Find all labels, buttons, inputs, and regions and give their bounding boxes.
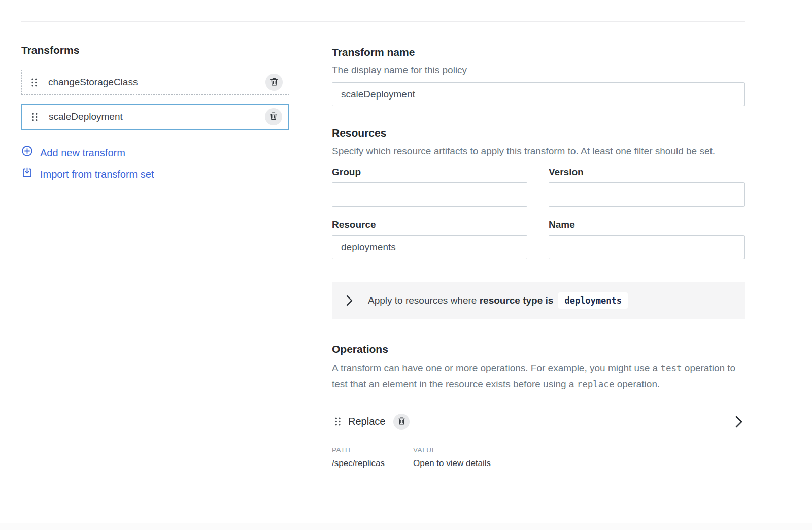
transform-card-scaleDeployment[interactable]: scaleDeployment <box>21 104 289 130</box>
value-label: VALUE <box>413 446 745 454</box>
plus-circle-icon <box>21 145 33 160</box>
transforms-title: Transforms <box>21 44 289 57</box>
import-icon <box>21 167 33 181</box>
trash-icon <box>269 112 278 122</box>
operation-name: Replace <box>348 416 385 427</box>
value-value: Open to view details <box>413 458 745 469</box>
bottom-divider <box>332 492 745 492</box>
footer-strip <box>0 523 812 530</box>
path-label: PATH <box>332 446 413 454</box>
value-column: VALUE Open to view details <box>413 446 745 469</box>
group-input[interactable] <box>332 182 527 207</box>
add-new-transform-link[interactable]: Add new transform <box>21 145 289 160</box>
transform-editor-panel: Transform name The display name for this… <box>332 46 745 492</box>
transform-name-input[interactable] <box>332 82 745 106</box>
transform-name-title: Transform name <box>332 46 745 59</box>
drag-handle-icon[interactable] <box>32 113 38 121</box>
code-replace: replace <box>577 379 615 389</box>
transform-name-subtitle: The display name for this policy <box>332 64 745 76</box>
name-field: Name <box>549 219 745 259</box>
import-from-transform-set-link[interactable]: Import from transform set <box>21 167 289 181</box>
path-value: /spec/replicas <box>332 458 413 469</box>
transform-card-label: scaleDeployment <box>49 111 265 122</box>
import-from-transform-set-label: Import from transform set <box>40 168 154 181</box>
delete-operation-button[interactable] <box>393 414 410 430</box>
operation-row-replace[interactable]: Replace <box>332 406 745 430</box>
filter-summary-chip: deployments <box>558 292 628 309</box>
delete-transform-button[interactable] <box>265 74 283 91</box>
delete-transform-button[interactable] <box>265 108 282 125</box>
resources-description: Specify which resource artifacts to appl… <box>332 144 745 159</box>
top-divider <box>21 21 745 22</box>
transform-card-changeStorageClass[interactable]: changeStorageClass <box>21 70 289 95</box>
filter-summary-prefix: Apply to resources where <box>368 295 477 306</box>
filter-summary-text: Apply to resources where resource type i… <box>368 292 628 309</box>
group-label: Group <box>332 166 527 178</box>
path-column: PATH /spec/replicas <box>332 446 413 469</box>
transforms-panel: Transforms changeStorageClass <box>21 44 289 181</box>
resource-input[interactable] <box>332 235 527 259</box>
drag-handle-icon[interactable] <box>31 78 37 87</box>
version-input[interactable] <box>549 182 745 207</box>
trash-icon <box>398 417 405 427</box>
operations-description-text: A transform can have one or more operati… <box>332 362 660 373</box>
open-operation-chevron-right-icon[interactable] <box>735 416 742 428</box>
resource-field: Resource <box>332 219 527 259</box>
name-label: Name <box>549 219 745 231</box>
operation-meta: PATH /spec/replicas VALUE Open to view d… <box>332 446 745 469</box>
trash-icon <box>270 77 278 88</box>
resource-filter-fields: Group Version Resource Name <box>332 166 745 259</box>
drag-handle-icon[interactable] <box>335 417 341 426</box>
resource-label: Resource <box>332 219 527 231</box>
chevron-right-icon[interactable] <box>346 295 353 306</box>
code-test: test <box>660 363 682 373</box>
filter-summary-bold: resource type is <box>480 295 554 306</box>
operations-title: Operations <box>332 343 745 356</box>
name-input[interactable] <box>549 235 745 259</box>
filter-summary-panel[interactable]: Apply to resources where resource type i… <box>332 282 745 319</box>
resources-title: Resources <box>332 126 745 140</box>
group-field: Group <box>332 166 527 207</box>
operations-description-text: operation. <box>614 379 660 389</box>
version-label: Version <box>549 166 745 178</box>
transform-card-label: changeStorageClass <box>48 77 265 88</box>
version-field: Version <box>549 166 745 207</box>
add-new-transform-label: Add new transform <box>40 146 125 159</box>
operations-description: A transform can have one or more operati… <box>332 360 745 392</box>
